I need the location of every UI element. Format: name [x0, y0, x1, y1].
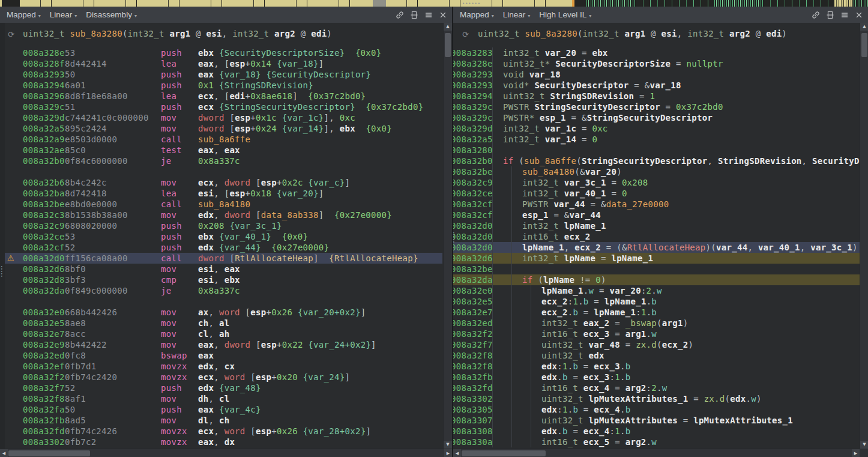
disasm-row[interactable]: ⚠008a32d0ff156ca08a00calldword [RtlAlloc… — [5, 253, 442, 264]
layout-dropdown[interactable]: Linear▾ — [503, 10, 531, 19]
disasm-row[interactable]: 008a32c96808020000push0x208 {var_3c_1} — [5, 220, 442, 231]
hlil-row[interactable]: 008a32f7uint32_t var_48 = zx.d(ecx_2) — [453, 339, 860, 350]
left-horizontal-scrollbar[interactable]: ◀ ▶ — [0, 449, 452, 457]
disasm-row[interactable]: 008a33020fb7c2movzxeax, dx — [5, 437, 442, 447]
layout-dropdown[interactable]: Linear▾ — [50, 10, 77, 19]
disasm-row[interactable]: 008a32d68bf0movesi, eax — [5, 264, 442, 274]
disasm-row[interactable]: 008a32c38b1538b38a00movedx, dword [data_… — [5, 210, 442, 220]
il-level-dropdown[interactable]: Disassembly▾ — [86, 10, 137, 19]
disasm-row[interactable]: 008a32e58ae8movch, al — [5, 318, 442, 328]
scroll-left-arrow-icon[interactable]: ◀ — [0, 449, 8, 457]
split-view-icon[interactable] — [825, 10, 835, 20]
feature-map-segment[interactable] — [585, 0, 636, 7]
hlil-row[interactable]: 008a32d0int16_t ecx_2 — [453, 231, 860, 242]
hlil-row[interactable]: 008a3283int32_t var_20 = ebx — [453, 47, 860, 58]
scroll-up-arrow-icon[interactable]: ▲ — [860, 23, 868, 31]
scrollbar-thumb[interactable] — [462, 450, 546, 456]
hlil-row[interactable]: 008a3293void var_18 — [453, 69, 860, 80]
disasm-row[interactable]: 008a32e98b442422moveax, dword [esp+0x22 … — [5, 339, 442, 350]
dock-grip-dots[interactable]: ••••• — [1, 265, 3, 277]
hlil-row[interactable]: 008a32fbedx.b = ecx_3:1.b — [453, 372, 860, 383]
hlil-row[interactable]: 008a32e5ecx_2:1.b = lpName_1.b — [453, 296, 860, 307]
right-vertical-scrollbar[interactable]: ▲ ▼ — [860, 23, 868, 449]
menu-icon[interactable] — [423, 10, 433, 20]
feature-map-segment[interactable] — [2, 0, 20, 7]
disasm-row[interactable]: 008a32f88af1movdh, cl — [5, 393, 442, 404]
disasm-row[interactable]: 008a32946a01push0x1 {StringSDRevision} — [5, 80, 442, 91]
feature-map-segment[interactable] — [852, 0, 868, 7]
right-horizontal-scrollbar[interactable]: ◀ ▶ — [453, 449, 860, 457]
hlil-row[interactable]: 008a3307uint32_t lpMutexAttributes = lpM… — [453, 415, 860, 426]
disasm-row[interactable]: 008a32da0f849c000000je0x8a337c — [5, 285, 442, 296]
function-signature[interactable]: ⟳ uint32_t sub_8a3280(int32_t arg1 @ esi… — [0, 28, 31, 40]
disasm-row[interactable]: 008a32b68b4c242cmovecx, dword [esp+0x2c … — [5, 177, 442, 188]
hlil-row[interactable]: 008a3302uint32_t lpMutexAttributes_1 = z… — [453, 393, 860, 404]
hlil-row[interactable]: 008a32d0int32_t lpName_1 — [453, 220, 860, 231]
disasm-row[interactable]: 008a32e78accmovcl, ah — [5, 328, 442, 339]
disasm-row[interactable]: 008a329dc744241c0c000000movdword [esp+0x… — [5, 112, 442, 123]
disasm-row[interactable]: 008a32cf52pushedx {var_44} {0x27e0000} — [5, 242, 442, 253]
hlil-row[interactable]: 008a32besub_8a4180(&var_20) — [453, 166, 860, 177]
feature-map-segment[interactable] — [764, 0, 834, 7]
hlil-row[interactable]: 008a32b0if (sub_8a6ffe(StringSecurityDes… — [453, 156, 860, 166]
scroll-down-arrow-icon[interactable]: ▼ — [860, 441, 868, 449]
hlil-row[interactable]: 008a32f8edx:1.b = ecx_3.b — [453, 361, 860, 372]
disasm-row[interactable]: 008a32bee8bd0e0000callsub_8a4180 — [5, 199, 442, 210]
hlil-row[interactable]: 008a32be — [453, 264, 860, 274]
close-icon[interactable] — [854, 10, 864, 20]
feature-map-segment[interactable] — [713, 0, 764, 7]
disasm-row[interactable]: 008a32a5895c2424movdword [esp+0x24 {var_… — [5, 123, 442, 134]
disasm-row[interactable]: 008a32f20fb74c2420movzxecx, word [esp+0x… — [5, 372, 442, 383]
splitter-grip-dots[interactable]: •••••• — [462, 3, 473, 5]
collapse-function-icon[interactable]: ⟳ — [462, 29, 469, 40]
hlil-row[interactable]: 008a32d6int32_t lpName = lpName_1 — [453, 253, 860, 264]
split-view-icon[interactable] — [409, 10, 419, 20]
scroll-down-arrow-icon[interactable]: ▼ — [444, 441, 452, 449]
hlil-row[interactable]: 008a329dint32_t var_1c = 0xc — [453, 123, 860, 134]
disasm-row[interactable]: 008a32ba8d742418leaesi, [esp+0x18 {var_2… — [5, 188, 442, 199]
hlil-row[interactable]: 008a3308edx.b = ecx_4:1.b — [453, 426, 860, 437]
scrollbar-thumb[interactable] — [861, 33, 867, 57]
disasm-row[interactable]: 008a32e0668b442426movax, word [esp+0x26 … — [5, 307, 442, 318]
hlil-row[interactable]: 008a329cPWSTR* esp_1 = &StringSecurityDe… — [453, 112, 860, 123]
view-mode-dropdown[interactable]: Mapped▾ — [7, 10, 41, 19]
feature-map-segment[interactable] — [636, 0, 713, 7]
hlil-row[interactable]: 008a32cfPWSTR var_44 = &data_27e0000 — [453, 199, 860, 210]
hlil-row[interactable]: 008a32daif (lpName != 0) — [453, 274, 860, 285]
hlil-row[interactable]: 008a32f8uint32_t edx — [453, 350, 860, 361]
disasm-row[interactable]: 008a32968d8f18e68a00leaecx, [edi+0x8ae61… — [5, 91, 442, 101]
disasm-row[interactable]: 008a32fa50pusheax {var_4c} — [5, 404, 442, 415]
hlil-row[interactable]: 008a3280 — [453, 145, 860, 156]
feature-map-segment[interactable] — [834, 0, 852, 7]
view-mode-dropdown[interactable]: Mapped▾ — [460, 10, 494, 19]
feature-map-segment[interactable] — [373, 0, 386, 7]
hlil-row[interactable]: 008a32ceint32_t var_40_1 = 0 — [453, 188, 860, 199]
hlil-row[interactable]: 008a32a5int32_t var_14 = 0 — [453, 134, 860, 145]
scrollbar-thumb[interactable] — [445, 33, 451, 57]
hlil-row[interactable]: 008a3294uint32_t StringSDRevision = 1 — [453, 91, 860, 101]
hlil-row[interactable]: 008a32c9int32_t var_3c_1 = 0x208 — [453, 177, 860, 188]
disasm-row[interactable]: 008a32fb8ad5movdl, ch — [5, 415, 442, 426]
left-vertical-scrollbar[interactable]: ▲ ▼ — [443, 23, 452, 449]
il-level-dropdown[interactable]: High Level IL▾ — [539, 10, 591, 19]
feature-map-segment[interactable] — [20, 0, 373, 7]
disasm-row[interactable]: 008a32d83bf3cmpesi, ebx — [5, 274, 442, 285]
collapse-function-icon[interactable]: ⟳ — [8, 29, 14, 40]
disasm-row[interactable]: 008a32f752pushedx {var_48} — [5, 383, 442, 393]
disasm-row[interactable]: 008a32ef0fb7d1movzxedx, cx — [5, 361, 442, 372]
scroll-left-arrow-icon[interactable]: ◀ — [453, 449, 461, 457]
feature-map-segment[interactable] — [574, 0, 585, 7]
link-icon[interactable] — [394, 10, 405, 20]
hlil-row[interactable]: 008a32d0lpName_1, ecx_2 = (&RtlAllocateH… — [453, 242, 860, 253]
disasm-row[interactable]: 008a32a9e8503d0000callsub_8a6ffe — [5, 134, 442, 145]
hlil-view[interactable]: ⟳ uint32_t sub_8a3280(int32_t arg1 @ esi… — [453, 23, 868, 449]
hlil-row[interactable]: 008a32cfesp_1 = &var_44 — [453, 210, 860, 220]
function-signature[interactable]: ⟳ uint32_t sub_8a3280(int32_t arg1 @ esi… — [453, 28, 484, 40]
scroll-up-arrow-icon[interactable]: ▲ — [444, 23, 452, 31]
disasm-row[interactable]: 008a32b00f84c6000000je0x8a337c — [5, 156, 442, 166]
hlil-row[interactable]: 008a32fdint16_t ecx_4 = arg2:2.w — [453, 383, 860, 393]
hlil-row[interactable]: 008a3293void* SecurityDescriptor = &var_… — [453, 80, 860, 91]
hlil-row[interactable]: 008a32e7ecx_2.b = lpName_1:1.b — [453, 307, 860, 318]
scroll-right-arrow-icon[interactable]: ▶ — [444, 449, 452, 457]
hlil-row[interactable]: 008a329cPWSTR StringSecurityDescriptor =… — [453, 101, 860, 112]
